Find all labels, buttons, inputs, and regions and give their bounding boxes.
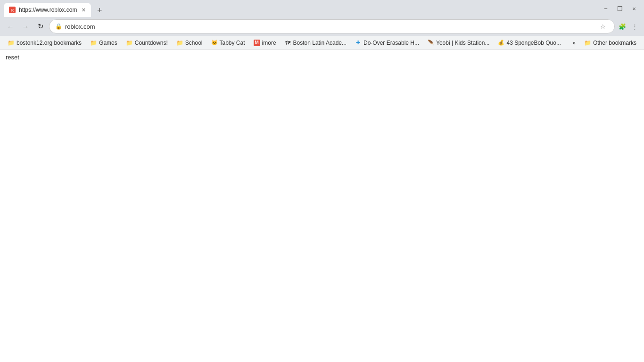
nav-bar: ← → ↻ 🔒 roblox.com ☆ 🧩 ⋮ (0, 17, 644, 36)
bookmark-label: Countdowns! (135, 40, 168, 46)
folder-icon: 📁 (176, 40, 183, 46)
title-bar: R https://www.roblox.com × + − ❐ × (0, 0, 644, 17)
bookmark-countdowns[interactable]: 📁 Countdowns! (122, 38, 172, 48)
close-button[interactable]: × (628, 2, 640, 15)
refresh-button[interactable]: ↻ (34, 20, 47, 33)
bookmark-boston-latin[interactable]: 🗺 Boston Latin Acade... (281, 38, 350, 48)
bookmarks-overflow: » 📁 Other bookmarks (569, 38, 640, 48)
address-actions: ☆ (597, 21, 609, 32)
bookmark-spongebob[interactable]: 💰 43 SpongeBob Quo... (494, 38, 564, 48)
bookmark-label: Boston Latin Acade... (293, 40, 347, 46)
address-text: roblox.com (65, 23, 594, 30)
other-bookmarks[interactable]: 📁 Other bookmarks (580, 38, 640, 48)
bookmark-label: School (185, 40, 203, 46)
tab-favicon: R (8, 6, 16, 14)
bookmark-label: Other bookmarks (593, 40, 636, 46)
folder-icon: 📁 (126, 40, 133, 46)
doover-favicon-icon: ✚ (355, 40, 362, 46)
bookmark-yoobi[interactable]: 🪶 Yoobi | Kids Station... (424, 38, 493, 48)
new-tab-button[interactable]: + (93, 4, 106, 17)
bookmark-doover[interactable]: ✚ Do-Over Erasable H... (351, 38, 423, 48)
imore-favicon-icon: M (254, 40, 260, 46)
reset-text: reset (6, 54, 19, 61)
window-controls: − ❐ × (600, 2, 640, 15)
bookmarks-bar: 📁 bostonk12.org bookmarks 📁 Games 📁 Coun… (0, 36, 644, 50)
address-bar[interactable]: 🔒 roblox.com ☆ (49, 19, 615, 33)
active-tab[interactable]: R https://www.roblox.com × (4, 3, 91, 17)
restore-button[interactable]: ❐ (614, 2, 626, 15)
overflow-button[interactable]: » (569, 38, 579, 48)
overflow-icon: » (572, 40, 576, 46)
bookmark-school[interactable]: 📁 School (173, 38, 206, 48)
tab-title: https://www.roblox.com (19, 7, 77, 13)
menu-button[interactable]: ⋮ (629, 21, 640, 32)
bookmark-label: Games (99, 40, 117, 46)
minimize-button[interactable]: − (600, 2, 612, 15)
bookmark-label: imore (262, 40, 276, 46)
bookmark-label: Tabby Cat (220, 40, 245, 46)
bookmark-label: Do-Over Erasable H... (363, 40, 419, 46)
folder-icon: 📁 (90, 40, 97, 46)
svg-text:R: R (11, 8, 14, 13)
roblox-favicon-icon: R (9, 7, 16, 13)
forward-button[interactable]: → (19, 20, 32, 33)
star-button[interactable]: ☆ (597, 21, 609, 32)
tab-close-button[interactable]: × (80, 6, 87, 14)
folder-icon: 📁 (584, 40, 591, 46)
back-button[interactable]: ← (4, 20, 17, 33)
tabby-cat-favicon-icon: 🐱 (211, 40, 218, 46)
bookmark-label: bostonk12.org bookmarks (17, 40, 82, 46)
boston-latin-favicon-icon: 🗺 (285, 40, 291, 46)
bookmark-label: Yoobi | Kids Station... (436, 40, 489, 46)
spongebob-favicon-icon: 💰 (498, 40, 504, 46)
bookmark-imore[interactable]: M imore (250, 38, 280, 48)
browser-chrome: R https://www.roblox.com × + − ❐ × ← → ↻… (0, 0, 644, 50)
lock-icon: 🔒 (55, 23, 62, 30)
yoobi-favicon-icon: 🪶 (428, 40, 434, 46)
extensions-button[interactable]: 🧩 (617, 21, 628, 32)
page-content: reset (0, 50, 644, 347)
bookmark-label: 43 SpongeBob Quo... (506, 40, 561, 46)
folder-icon: 📁 (8, 40, 15, 46)
bookmark-tabby-cat[interactable]: 🐱 Tabby Cat (207, 38, 249, 48)
bookmark-games[interactable]: 📁 Games (86, 38, 121, 48)
toolbar-right: 🧩 ⋮ (617, 21, 640, 32)
tab-strip: R https://www.roblox.com × + (4, 0, 600, 17)
bookmark-bostonk12[interactable]: 📁 bostonk12.org bookmarks (4, 38, 85, 48)
